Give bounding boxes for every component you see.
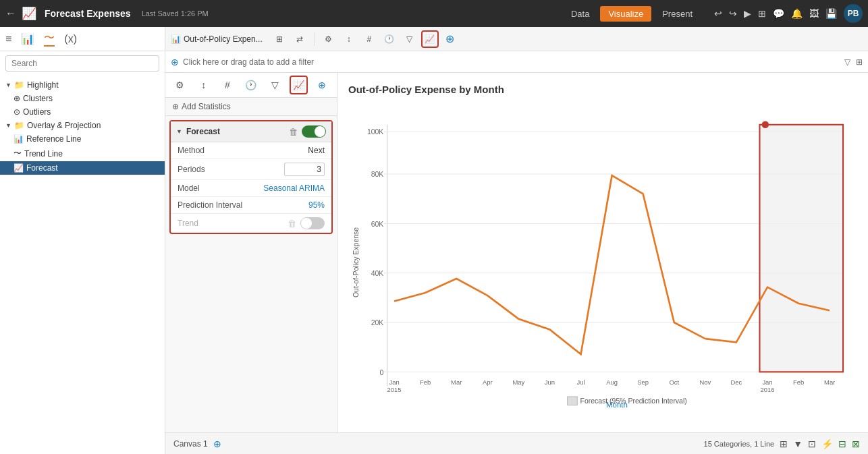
footer-grid-icon[interactable]: ⊞ (780, 438, 788, 449)
chart-svg: Out-of-Policy Expense 100K 80K 60K (348, 103, 857, 422)
svg-text:Nov: Nov (699, 378, 711, 386)
add-filter-icon[interactable]: ⊕ (171, 57, 179, 67)
sep1 (314, 32, 315, 46)
sidebar-item-reference-line[interactable]: 📊 Reference Line (0, 132, 165, 146)
left-sidebar: ≡ 📊 〜 (x) ▼ 📁 Highlight ⊕ Clusters ⊙ Out… (0, 27, 165, 454)
svg-text:60K: 60K (371, 221, 384, 228)
redo-icon[interactable]: ↪ (729, 8, 737, 19)
forecast-collapse-icon[interactable]: ▼ (176, 128, 182, 135)
search-input[interactable] (5, 55, 159, 72)
run-icon[interactable]: ▶ (744, 8, 751, 19)
bookmark-icon[interactable]: 🔔 (791, 8, 803, 19)
filter-bar: ⊕ Click here or drag data to add a filte… (165, 51, 868, 73)
svg-text:Jan: Jan (762, 378, 772, 386)
stats-axis-icon[interactable]: ↕ (194, 76, 213, 94)
save-icon[interactable]: 💾 (825, 8, 837, 19)
stats-filter-icon[interactable]: ▽ (266, 76, 284, 94)
sidebar-item-label: Clusters (23, 94, 53, 103)
formula-icon[interactable]: (x) (64, 33, 77, 45)
swap-icon[interactable]: ⇄ (291, 30, 308, 48)
nav-present[interactable]: Present (654, 6, 701, 22)
trend-row: Trend 🗑 (171, 214, 331, 233)
svg-text:Sep: Sep (637, 378, 649, 386)
filter-icon[interactable]: ▽ (401, 30, 418, 48)
model-value[interactable]: Seasonal ARIMA (263, 183, 325, 193)
back-button[interactable]: ← (5, 7, 16, 20)
footer-flash-icon[interactable]: ⚡ (821, 438, 833, 449)
sidebar-item-label: Outliers (23, 107, 51, 117)
add-stat-icon[interactable]: ⊕ (441, 30, 459, 48)
right-panel: 📊 Out-of-Policy Expen... ⊞ ⇄ ⚙ ↕ # 🕐 ▽ 📈… (165, 27, 868, 454)
outliers-icon: ⊙ (13, 107, 20, 117)
canvas-label: Canvas 1 (173, 439, 208, 449)
trend-label: Trend (178, 219, 283, 228)
sheet-title: Out-of-Policy Expen... (184, 34, 263, 44)
sidebar-item-clusters[interactable]: ⊕ Clusters (0, 92, 165, 105)
grid-icon[interactable]: ⊞ (758, 8, 766, 19)
prediction-value[interactable]: 95% (308, 200, 325, 210)
prediction-label: Prediction Interval (178, 200, 308, 210)
periods-input[interactable] (284, 163, 325, 176)
sidebar-item-trend-line[interactable]: 〜 Trend Line (0, 146, 165, 161)
clock-icon[interactable]: 🕐 (381, 30, 398, 48)
model-label: Model (178, 183, 263, 193)
svg-text:May: May (512, 378, 524, 386)
axis-icon[interactable]: ↕ (340, 30, 358, 48)
filter-options-icon[interactable]: ▽ (844, 57, 850, 67)
add-statistics-button[interactable]: ⊕ Add Statistics (165, 98, 337, 116)
chart-container: Out-of-Policy Expense 100K 80K 60K (348, 103, 857, 422)
trend-line-icon: 〜 (13, 148, 22, 159)
trend-toggle-knob (301, 218, 312, 229)
trend-delete-icon[interactable]: 🗑 (288, 219, 296, 229)
sidebar-item-highlight[interactable]: ▼ 📁 Highlight (0, 78, 165, 92)
method-value[interactable]: Next (308, 146, 325, 155)
label-icon[interactable]: # (360, 30, 378, 48)
menu-icon[interactable]: ≡ (5, 33, 11, 45)
sheet-icon: 📊 (171, 34, 181, 44)
sidebar-item-label: Highlight (27, 80, 59, 90)
filter-bar-text[interactable]: Click here or drag data to add a filter (183, 57, 840, 67)
stats-clock-icon[interactable]: 🕐 (242, 76, 260, 94)
stats-trend-icon[interactable]: 📈 (290, 76, 308, 94)
settings-icon[interactable]: ⚙ (320, 30, 337, 48)
undo-icon[interactable]: ↩ (714, 8, 722, 19)
svg-text:Feb: Feb (793, 378, 804, 386)
svg-text:Mar: Mar (824, 378, 835, 386)
user-avatar[interactable]: PB (844, 4, 863, 23)
svg-text:2015: 2015 (387, 386, 402, 393)
svg-text:0: 0 (380, 369, 384, 376)
sidebar-item-forecast[interactable]: 📈 Forecast (0, 161, 165, 175)
trend-icon[interactable]: 〜 (44, 31, 55, 47)
canvas-stats: 15 Categories, 1 Line (704, 440, 775, 448)
stats-settings-icon[interactable]: ⚙ (171, 76, 189, 94)
bar-chart-icon[interactable]: 📊 (21, 32, 34, 45)
reference-line-icon: 📊 (13, 134, 24, 144)
comment-icon[interactable]: 💬 (773, 8, 784, 19)
sidebar-item-label: Trend Line (24, 149, 63, 159)
forecast-toggle[interactable] (302, 125, 326, 138)
svg-text:2016: 2016 (761, 386, 775, 393)
app-title: Forecast Expenses (45, 8, 131, 19)
add-statistics-label: Add Statistics (182, 102, 231, 111)
svg-text:Aug: Aug (606, 378, 618, 386)
table-icon[interactable]: ⊞ (271, 30, 288, 48)
footer-chevron-icon[interactable]: ▼ (793, 438, 803, 449)
canvas-footer: Canvas 1 ⊕ 15 Categories, 1 Line ⊞ ▼ ⊡ ⚡… (165, 432, 868, 454)
sidebar-item-overlay[interactable]: ▼ 📁 Overlay & Projection (0, 119, 165, 132)
nav-data[interactable]: Data (563, 6, 597, 22)
stats-add-icon[interactable]: ⊕ (313, 76, 331, 94)
filter-settings-icon[interactable]: ⊞ (856, 57, 863, 67)
canvas-add-icon[interactable]: ⊕ (213, 438, 221, 449)
sidebar-item-outliers[interactable]: ⊙ Outliers (0, 105, 165, 119)
nav-visualize[interactable]: Visualize (600, 6, 651, 22)
svg-text:20K: 20K (371, 319, 384, 327)
stats-label-icon[interactable]: # (218, 76, 236, 94)
trend-chart-icon[interactable]: 📈 (421, 30, 439, 48)
trend-toggle[interactable] (300, 217, 325, 229)
sidebar-item-label: Forecast (26, 163, 58, 173)
footer-bookmark-icon[interactable]: ⊡ (808, 438, 816, 449)
image-icon[interactable]: 🖼 (809, 8, 819, 19)
footer-layout2-icon[interactable]: ⊠ (852, 438, 860, 449)
footer-layout1-icon[interactable]: ⊟ (838, 438, 846, 449)
forecast-delete-icon[interactable]: 🗑 (289, 127, 298, 137)
